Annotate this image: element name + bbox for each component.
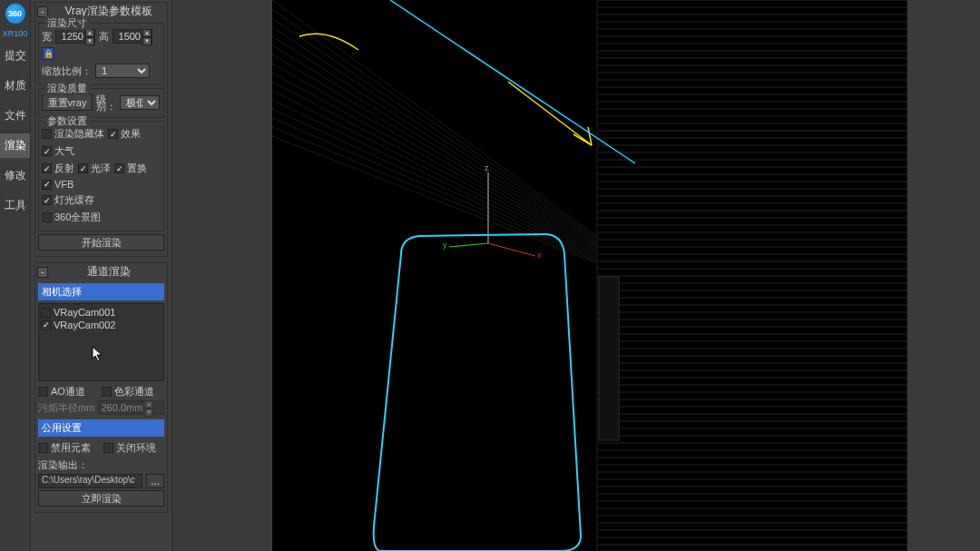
camera-select-header: 相机选择 <box>38 283 164 300</box>
viewport-scene: z x y <box>272 0 907 551</box>
camera-name: VRayCam001 <box>54 307 115 318</box>
check-effect[interactable]: ✓效果 <box>108 127 141 141</box>
nav-item-tool[interactable]: 工具 <box>0 193 30 218</box>
width-spinner[interactable]: ▲▼ <box>55 29 95 44</box>
camera-frustum <box>390 0 635 163</box>
check-label: 效果 <box>121 127 141 141</box>
nav-item-modify[interactable]: 修改 <box>0 163 30 188</box>
check-label: 360全景图 <box>54 211 101 224</box>
check-label: 禁用元素 <box>51 441 91 455</box>
group-title: 参数设置 <box>44 114 90 128</box>
check-replace[interactable]: ✓置换 <box>114 162 147 175</box>
selected-object-outline <box>374 234 581 551</box>
radius-spinner: ▲▼ <box>98 400 164 415</box>
app-title: XR100 <box>3 29 28 38</box>
check-hide[interactable]: 渲染隐藏体 <box>42 127 104 141</box>
svg-line-96 <box>573 134 592 145</box>
rollout-header[interactable]: - 通道渲染 <box>35 263 167 280</box>
check-atmos[interactable]: ✓大气 <box>42 144 74 158</box>
camera-list[interactable]: VRayCam001 ✓VRayCam002 <box>38 303 164 381</box>
aspect-lock-button[interactable]: 🔒 <box>42 47 54 60</box>
side-panel: - Vray渲染参数模板 渲染尺寸 宽 ▲▼ 高 ▲▼ 🔒 缩放比例： <box>30 0 172 551</box>
height-spinner[interactable]: ▲▼ <box>113 29 152 44</box>
spin-down-icon[interactable]: ▼ <box>142 37 152 45</box>
check-label: 渲染隐藏体 <box>54 127 104 141</box>
quality-select[interactable]: 极低 <box>120 95 160 110</box>
height-input[interactable] <box>113 30 142 43</box>
svg-line-95 <box>508 82 592 145</box>
check-label: 反射 <box>54 162 74 175</box>
scale-select[interactable]: 1 <box>95 64 150 78</box>
svg-rect-93 <box>599 277 619 440</box>
nav-item-file[interactable]: 文件 <box>0 103 30 128</box>
radius-label: 污垢半径mm <box>38 401 94 415</box>
width-label: 宽 <box>42 30 52 44</box>
width-input[interactable] <box>56 30 85 43</box>
common-settings-header: 公用设置 <box>38 419 164 437</box>
reset-vray-button[interactable]: 重置vray <box>42 94 93 111</box>
svg-line-98 <box>390 0 635 163</box>
check-label: 色彩通道 <box>114 385 154 398</box>
svg-line-81 <box>272 36 597 243</box>
collapse-icon[interactable]: - <box>37 267 48 278</box>
svg-line-87 <box>272 91 597 254</box>
checkbox-icon[interactable]: ✓ <box>41 320 51 330</box>
check-disable-elements[interactable]: 禁用元素 <box>38 441 91 455</box>
viewport[interactable]: z x y <box>272 0 907 551</box>
browse-button[interactable]: ... <box>146 474 164 488</box>
spin-up-icon: ▲ <box>144 400 153 408</box>
camera-item-2[interactable]: ✓VRayCam002 <box>41 319 162 331</box>
nav-item-submit[interactable]: 提交 <box>0 44 30 68</box>
viewport-gizmo: z x y <box>443 163 542 260</box>
nav-item-material[interactable]: 材质 <box>0 74 30 98</box>
height-label: 高 <box>99 30 109 44</box>
nav-item-render[interactable]: 渲染 <box>0 133 30 158</box>
scale-label: 缩放比例： <box>42 64 92 78</box>
svg-line-79 <box>272 18 597 240</box>
rollout-vray-template: - Vray渲染参数模板 渲染尺寸 宽 ▲▼ 高 ▲▼ 🔒 缩放比例： <box>34 2 168 257</box>
checkbox-icon[interactable] <box>41 308 51 318</box>
rollout-title: 通道渲染 <box>52 264 165 280</box>
svg-line-82 <box>272 45 597 245</box>
camera-name: VRayCam002 <box>54 320 115 330</box>
svg-line-103 <box>449 243 488 247</box>
check-gloss[interactable]: ✓光泽 <box>78 162 111 175</box>
svg-line-90 <box>272 118 597 260</box>
check-vfb[interactable]: ✓VFB <box>42 179 74 190</box>
left-nav: 360 XR100 提交 材质 文件 渲染 修改 工具 <box>0 0 30 551</box>
svg-line-83 <box>272 54 597 247</box>
spin-down-icon: ▼ <box>144 408 153 417</box>
check-label: 置换 <box>127 162 147 175</box>
app-logo: 360 <box>5 4 25 24</box>
output-path-field[interactable]: C:\Users\ray\Desktop\c <box>38 474 142 488</box>
check-ao-channel[interactable]: AO通道 <box>38 385 85 398</box>
svg-line-91 <box>272 127 597 261</box>
radius-input <box>99 401 144 414</box>
spin-up-icon[interactable]: ▲ <box>85 29 94 37</box>
render-now-button[interactable]: 立即渲染 <box>38 490 164 507</box>
spin-up-icon[interactable]: ▲ <box>142 29 152 37</box>
group-title: 渲染质量 <box>44 82 90 95</box>
check-pano360[interactable]: 360全景图 <box>42 211 101 224</box>
svg-text:y: y <box>443 241 447 250</box>
output-label: 渲染输出： <box>38 458 88 472</box>
check-label: VFB <box>54 179 74 190</box>
svg-line-86 <box>272 82 597 252</box>
svg-line-84 <box>272 64 597 249</box>
svg-line-101 <box>488 243 535 256</box>
check-lightcache[interactable]: ✓灯光缓存 <box>42 193 94 207</box>
svg-line-77 <box>272 0 597 236</box>
rollout-channel-render: - 通道渲染 相机选择 VRayCam001 ✓VRayCam002 AO通道 … <box>34 262 168 513</box>
check-reflect[interactable]: ✓反射 <box>42 162 74 175</box>
svg-text:z: z <box>485 163 489 172</box>
camera-item-1[interactable]: VRayCam001 <box>41 306 162 319</box>
check-color-channel[interactable]: 色彩通道 <box>102 385 154 398</box>
check-close-env[interactable]: 关闭环境 <box>103 441 156 455</box>
start-render-button[interactable]: 开始渲染 <box>38 234 164 251</box>
collapse-icon[interactable]: - <box>37 6 48 17</box>
quality-level-label-bottom: 别： <box>96 103 116 110</box>
check-label: 大气 <box>54 144 74 158</box>
group-render-size: 渲染尺寸 宽 ▲▼ 高 ▲▼ 🔒 缩放比例： 1 <box>38 23 164 85</box>
spin-down-icon[interactable]: ▼ <box>85 37 94 45</box>
group-params: 参数设置 渲染隐藏体 ✓效果 ✓大气 ✓反射 ✓光泽 ✓置换 ✓VFB ✓灯光缓… <box>38 121 164 231</box>
